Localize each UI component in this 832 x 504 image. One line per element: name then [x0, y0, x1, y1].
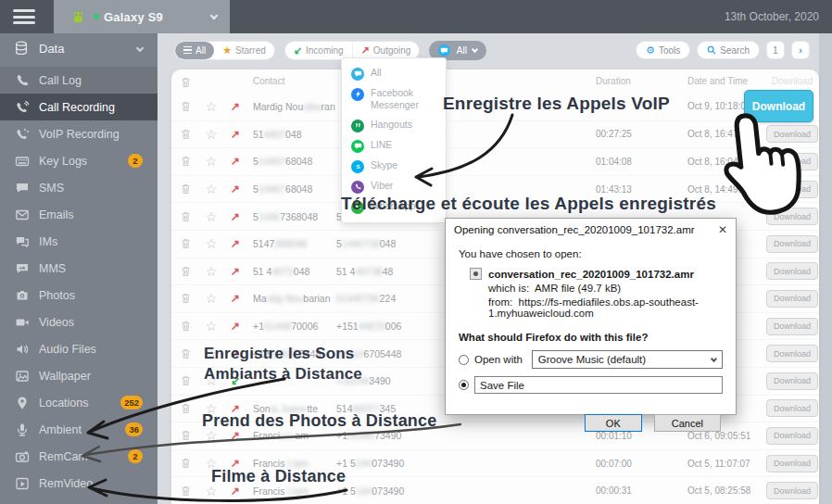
download-button[interactable]: Download	[766, 235, 818, 253]
app-filter-option-all[interactable]: All	[342, 63, 446, 83]
star-icon[interactable]: ☆	[206, 237, 218, 250]
star-icon[interactable]: ☆	[206, 292, 218, 305]
video-icon	[14, 315, 31, 330]
trash-icon[interactable]	[180, 320, 192, 333]
app-filter-option-line[interactable]: LINE	[342, 135, 446, 156]
trash-icon[interactable]	[180, 183, 192, 195]
list-icon	[183, 46, 192, 55]
sidebar-item-remvideo[interactable]: RemVideo	[0, 470, 158, 497]
download-button[interactable]: Download	[766, 427, 818, 445]
trash-icon[interactable]	[180, 237, 192, 250]
dialog-question: What should Firefox do with this file?	[459, 332, 723, 343]
sidebar-item-sms[interactable]: SMS	[0, 174, 158, 201]
device-selector[interactable]: Galaxy S9	[54, 0, 230, 33]
filter-starred[interactable]: ★Starred	[214, 42, 274, 59]
contact-cell: 514407368048	[247, 211, 336, 222]
download-button[interactable]: Download	[766, 125, 818, 143]
download-button[interactable]: Download	[766, 208, 818, 225]
dialog-titlebar: Opening conversation_rec_20201009_101732…	[446, 219, 736, 241]
sidebar-item-photos[interactable]: Photos	[0, 282, 158, 309]
download-button[interactable]: Download	[766, 181, 818, 198]
trash-icon[interactable]	[180, 265, 192, 278]
download-button[interactable]: Download	[766, 345, 818, 362]
star-icon[interactable]: ☆	[206, 210, 218, 223]
download-button[interactable]: Download	[766, 455, 818, 472]
badge-count: 2	[128, 449, 143, 463]
sidebar-item-wallpaper[interactable]: Wallpaper	[0, 362, 158, 389]
open-with-radio[interactable]	[459, 355, 469, 365]
cancel-button[interactable]: Cancel	[654, 414, 721, 432]
incoming-arrow-icon: ↙	[294, 44, 302, 57]
star-icon[interactable]: ☆	[206, 320, 218, 333]
close-icon[interactable]: ✕	[718, 224, 727, 235]
download-button[interactable]: Download	[766, 482, 818, 499]
sidebar-item-call-log[interactable]: Call Log	[0, 67, 158, 94]
header-datetime: Date and Time	[684, 76, 765, 86]
outgoing-arrow-icon: ↗	[231, 237, 240, 250]
sidebar-section-data[interactable]: Data	[0, 33, 158, 63]
trash-icon[interactable]	[180, 429, 192, 442]
download-button[interactable]: Download	[744, 90, 813, 122]
star-icon[interactable]: ☆	[206, 429, 218, 442]
sidebar-item-locations[interactable]: Locations 252	[0, 389, 158, 416]
search-button[interactable]: Search	[697, 41, 760, 59]
trash-icon[interactable]	[180, 128, 192, 141]
trash-icon[interactable]	[180, 485, 192, 498]
open-with-select[interactable]: Groove Music (default)	[532, 350, 723, 369]
datetime-cell: Oct 8, 16:04:4	[684, 157, 765, 167]
download-button[interactable]: Download	[766, 153, 818, 170]
sidebar-item-key-logs[interactable]: Key Logs 2	[0, 147, 158, 174]
star-icon[interactable]: ☆	[206, 265, 218, 278]
app-filter-option-hangouts[interactable]: Hangouts	[342, 115, 446, 135]
download-button[interactable]: Download	[766, 290, 818, 308]
svg-text:S: S	[356, 163, 359, 170]
filter-incoming[interactable]: ↙Incoming	[285, 42, 352, 59]
star-icon[interactable]: ☆	[206, 183, 218, 195]
trash-icon[interactable]	[180, 210, 192, 223]
star-icon[interactable]: ☆	[206, 155, 218, 168]
trash-icon[interactable]	[180, 347, 192, 360]
star-icon[interactable]: ☆	[206, 128, 218, 141]
star-icon[interactable]: ☆	[206, 100, 218, 113]
download-button[interactable]: Download	[766, 399, 818, 417]
contact-cell: 51440768048	[247, 183, 336, 195]
trash-icon[interactable]	[180, 292, 192, 305]
download-button[interactable]: Download	[766, 262, 818, 280]
download-button[interactable]: Download	[766, 372, 818, 390]
online-status-dot	[94, 14, 99, 19]
app-filter-option-skype[interactable]: S Skype	[342, 156, 446, 176]
contact-cell: Mardig Noubarian	[247, 293, 336, 304]
sidebar-item-voip-recording[interactable]: VoIP Recording	[0, 120, 158, 147]
sidebar-item-mms[interactable]: MMS	[0, 255, 158, 282]
page-number[interactable]: 1	[766, 41, 785, 59]
trash-icon[interactable]	[180, 75, 192, 87]
sidebar-item-call-recording[interactable]: Call Recording	[0, 94, 158, 120]
filter-all[interactable]: All	[175, 42, 214, 59]
trash-icon[interactable]	[180, 100, 192, 113]
camera-icon	[14, 288, 31, 303]
sidebar: Data Call Log Call Recording VoIP Record…	[0, 33, 158, 504]
next-page-button[interactable]: ›	[791, 41, 810, 59]
sidebar-item-videos[interactable]: Videos	[0, 309, 158, 335]
ok-button[interactable]: OK	[585, 414, 642, 432]
trash-icon[interactable]	[180, 374, 192, 387]
filter-outgoing[interactable]: ↗Outgoing	[352, 42, 420, 59]
download-button[interactable]: Download	[766, 318, 818, 335]
save-file-option[interactable]: Save File	[474, 376, 723, 394]
app-filter-option-facebook-messenger[interactable]: Facebook Messenger	[342, 83, 446, 115]
sidebar-item-emails[interactable]: Emails	[0, 201, 158, 228]
trash-icon[interactable]	[180, 457, 192, 470]
menu-icon[interactable]	[13, 9, 35, 24]
tools-button[interactable]: ⚙Tools	[636, 41, 690, 59]
phone-cell: +1 5144073490	[336, 458, 596, 469]
sidebar-item-remcam[interactable]: RemCam 2	[0, 443, 158, 470]
sidebar-item-ims[interactable]: IMs	[0, 228, 158, 255]
scroll-gutter[interactable]	[819, 33, 832, 504]
trash-icon[interactable]	[180, 402, 192, 415]
trash-icon[interactable]	[180, 155, 192, 168]
save-file-radio[interactable]	[459, 380, 469, 390]
keyboard-icon	[14, 154, 31, 169]
sidebar-item-ambient[interactable]: Ambient 36	[0, 416, 158, 443]
sidebar-item-audio-files[interactable]: Audio Files	[0, 335, 158, 362]
wallpaper-icon	[14, 369, 31, 384]
